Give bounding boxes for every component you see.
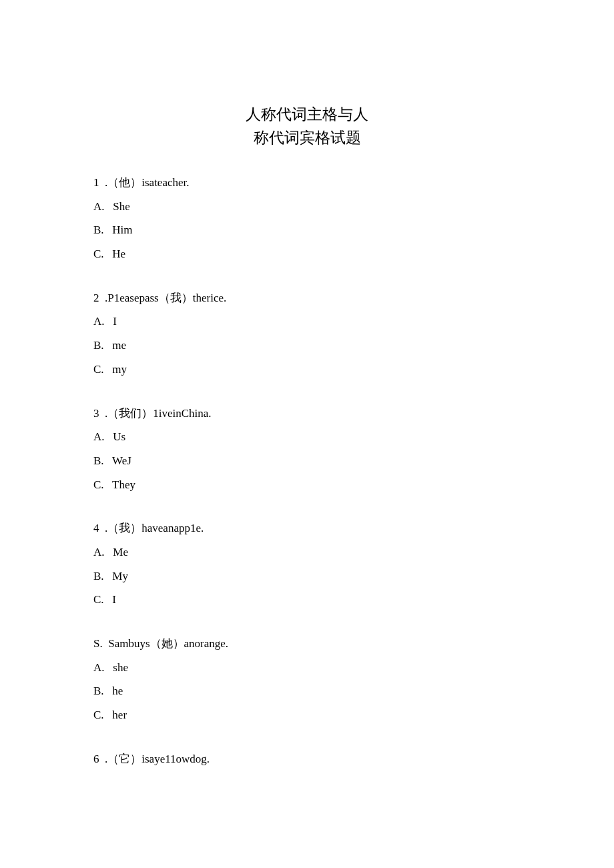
question-number: S.: [93, 637, 103, 650]
choice-text: WeJ: [112, 454, 131, 467]
choice-a: A. Me: [93, 540, 521, 564]
choice-text: Us: [113, 430, 125, 443]
choice-c: C. He: [93, 242, 521, 266]
choice-text: Him: [112, 224, 132, 236]
choice-c: C. my: [93, 358, 521, 382]
choice-text: I: [112, 593, 116, 606]
choice-label: C.: [93, 478, 104, 491]
question-number: 3: [93, 407, 99, 420]
worksheet-title: 人称代词主格与人 称代词宾格试题: [93, 103, 521, 149]
choice-label: B.: [93, 224, 104, 236]
choice-label: A.: [93, 661, 105, 674]
question-5-stem: S. Sambuys（她）anorange.: [93, 632, 521, 656]
question-2: 2 .P1easepass（我）therice. A. I B. me C. m…: [93, 286, 521, 382]
choice-c: C. her: [93, 703, 521, 727]
question-hint: （他）: [107, 176, 141, 189]
question-hint: （我们）: [107, 407, 153, 420]
choice-a: A. She: [93, 195, 521, 219]
question-6: 6 .（它）isaye11owdog.: [93, 747, 521, 771]
question-2-stem: 2 .P1easepass（我）therice.: [93, 286, 521, 310]
question-hint: （我）: [159, 292, 193, 304]
title-line-2: 称代词宾格试题: [254, 129, 361, 146]
choice-b: B. Him: [93, 218, 521, 242]
choice-text: I: [113, 315, 117, 328]
choice-label: C.: [93, 248, 104, 260]
choice-label: B.: [93, 570, 104, 582]
choice-b: B. he: [93, 679, 521, 703]
question-hint: （她）: [150, 637, 184, 650]
question-3-stem: 3 .（我们）1iveinChina.: [93, 402, 521, 426]
choice-label: B.: [93, 685, 104, 697]
question-number: 1: [93, 176, 99, 189]
choice-text: me: [112, 339, 126, 352]
choice-c: C. They: [93, 473, 521, 497]
choice-b: B. WeJ: [93, 449, 521, 473]
question-prefix: Sambuys: [108, 637, 149, 650]
question-sentence: 1iveinChina.: [153, 407, 211, 420]
question-4: 4 .（我）haveanapp1e. A. Me B. My C. I: [93, 516, 521, 612]
question-number: 4: [93, 522, 99, 534]
question-hint: （它）: [107, 753, 141, 765]
choice-label: C.: [93, 363, 104, 376]
question-3: 3 .（我们）1iveinChina. A. Us B. WeJ C. They: [93, 402, 521, 497]
question-1-stem: 1 .（他）isateacher.: [93, 171, 521, 195]
question-sentence: isateacher.: [141, 176, 189, 189]
question-6-stem: 6 .（它）isaye11owdog.: [93, 747, 521, 771]
question-number: 6: [93, 753, 99, 765]
question-5: S. Sambuys（她）anorange. A. she B. he C. h…: [93, 632, 521, 727]
choice-c: C. I: [93, 588, 521, 612]
question-sentence: haveanapp1e.: [141, 522, 204, 534]
choice-a: A. Us: [93, 425, 521, 449]
question-number: 2: [93, 292, 99, 304]
choice-text: my: [112, 363, 127, 376]
question-prefix: P1easepass: [107, 292, 158, 304]
question-hint: （我）: [107, 522, 141, 534]
choice-text: she: [113, 661, 128, 674]
choice-label: C.: [93, 593, 104, 606]
choice-label: A.: [93, 200, 105, 213]
choice-text: My: [112, 570, 128, 582]
choice-label: B.: [93, 339, 104, 352]
choice-text: He: [112, 248, 125, 260]
choice-text: her: [112, 709, 127, 721]
choice-text: They: [112, 478, 135, 491]
choice-text: She: [113, 200, 130, 213]
question-suffix: anorange.: [184, 637, 229, 650]
question-4-stem: 4 .（我）haveanapp1e.: [93, 516, 521, 540]
question-suffix: therice.: [193, 292, 227, 304]
title-line-1: 人称代词主格与人: [246, 106, 368, 123]
choice-label: A.: [93, 430, 105, 443]
choice-label: A.: [93, 315, 105, 328]
choice-a: A. she: [93, 656, 521, 680]
choice-a: A. I: [93, 310, 521, 334]
choice-b: B. me: [93, 334, 521, 358]
question-sentence: isaye11owdog.: [141, 753, 210, 765]
choice-text: he: [112, 685, 123, 697]
choice-b: B. My: [93, 564, 521, 588]
choice-label: A.: [93, 546, 105, 558]
choice-label: B.: [93, 454, 104, 467]
question-1: 1 .（他）isateacher. A. She B. Him C. He: [93, 171, 521, 266]
choice-text: Me: [113, 546, 128, 558]
choice-label: C.: [93, 709, 104, 721]
